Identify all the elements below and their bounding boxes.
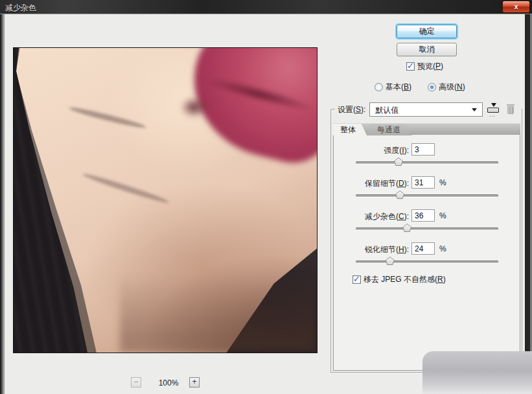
- tab-per-channel[interactable]: 每通道: [365, 124, 412, 135]
- zoom-in-button[interactable]: +: [189, 377, 200, 388]
- close-icon: x: [514, 3, 518, 10]
- basic-radio[interactable]: [375, 83, 383, 91]
- sharpen-details-slider-track[interactable]: [356, 261, 498, 263]
- basic-radio-label: 基本(B): [386, 82, 411, 93]
- preview-checkbox[interactable]: [406, 62, 415, 71]
- sharpen-details-slider-thumb[interactable]: [386, 257, 395, 265]
- preserve-details-suffix: %: [439, 178, 446, 187]
- strength-slider-thumb[interactable]: [394, 157, 403, 166]
- preserve-details-label: 保留细节(D):: [334, 178, 409, 189]
- window-left-edge: [0, 14, 5, 394]
- chevron-down-icon: [472, 108, 477, 111]
- trash-icon[interactable]: [505, 104, 519, 115]
- dialog-title: 减少杂色: [5, 3, 36, 14]
- strength-input[interactable]: [411, 143, 435, 156]
- title-bar: 减少杂色 x: [0, 0, 532, 14]
- advanced-radio-label: 高级(N): [439, 82, 465, 93]
- reduce-color-noise-slider-track[interactable]: [356, 227, 498, 230]
- overall-tab-panel: 强度(I): 保留细节(D): % 减少杂色(C): %: [333, 135, 520, 371]
- close-button[interactable]: x: [502, 1, 530, 13]
- watermark-blob: [422, 351, 532, 394]
- save-preset-icon[interactable]: ...: [487, 104, 501, 115]
- settings-group: 设置(S): 默认值 ... 整体 每通道: [330, 109, 522, 373]
- remove-jpeg-artifact-checkbox[interactable]: [353, 275, 361, 284]
- image-preview[interactable]: [13, 47, 318, 353]
- advanced-mode-row: 高级(N): [428, 82, 465, 92]
- strength-label: 强度(I):: [334, 145, 409, 156]
- preview-checkbox-label: 预览(P): [417, 61, 443, 72]
- ok-button[interactable]: 确定: [397, 25, 457, 38]
- preset-dropdown[interactable]: 默认值: [369, 102, 483, 117]
- remove-jpeg-artifact-label: 移去 JPEG 不自然感(R): [364, 274, 446, 285]
- preset-dropdown-value: 默认值: [375, 105, 399, 116]
- sharpen-details-label: 锐化细节(H):: [334, 244, 409, 255]
- zoom-level: 100%: [148, 378, 189, 388]
- preserve-details-slider-thumb[interactable]: [395, 191, 404, 199]
- cancel-button[interactable]: 取消: [397, 43, 457, 56]
- tab-overall[interactable]: 整体: [333, 124, 367, 135]
- settings-legend: 设置(S): 默认值 ...: [335, 102, 522, 117]
- reduce-color-noise-slider-thumb[interactable]: [402, 224, 411, 232]
- dialog-body: − 100% + 确定 取消 预览(P) 基本(B) 高级(N) 设置(S):: [5, 14, 525, 394]
- reduce-noise-dialog-screen: 减少杂色 x − 100% +: [0, 0, 532, 394]
- preview-checkbox-row: 预览(P): [406, 61, 443, 71]
- advanced-radio[interactable]: [428, 83, 436, 91]
- preview-mouth-corner: [180, 97, 207, 118]
- sharpen-details-suffix: %: [439, 244, 446, 253]
- preview-zoom-bar: − 100% +: [5, 376, 329, 390]
- reduce-color-noise-label: 减少杂色(C):: [334, 211, 409, 222]
- preview-neck-shadow: [120, 273, 317, 353]
- tab-bar: 整体 每通道: [333, 123, 520, 135]
- sharpen-details-input[interactable]: [411, 242, 435, 255]
- strength-slider-track[interactable]: [356, 161, 498, 164]
- zoom-out-button[interactable]: −: [131, 377, 141, 388]
- plus-icon: +: [192, 377, 196, 386]
- remove-jpeg-artifact-row: 移去 JPEG 不自然感(R): [353, 274, 446, 284]
- window-right-shadow: [525, 14, 530, 394]
- reduce-color-noise-input[interactable]: [411, 209, 435, 222]
- basic-mode-row: 基本(B): [375, 82, 411, 92]
- reduce-color-noise-suffix: %: [439, 211, 446, 220]
- preserve-details-input[interactable]: [411, 176, 435, 189]
- settings-label: 设置(S):: [338, 104, 365, 115]
- preserve-details-slider-track[interactable]: [356, 194, 498, 197]
- minus-icon: −: [133, 377, 138, 386]
